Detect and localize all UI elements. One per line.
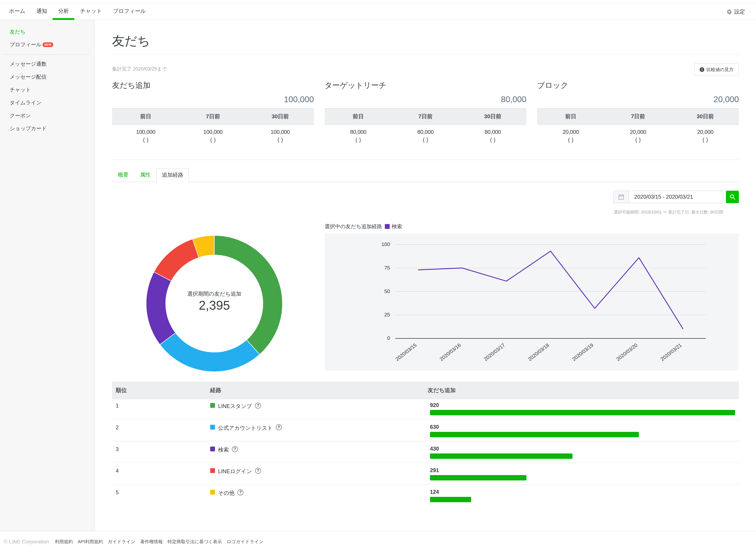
- svg-text:2020/03/21: 2020/03/21: [659, 342, 683, 362]
- svg-text:2020/03/20: 2020/03/20: [615, 342, 639, 362]
- svg-text:25: 25: [384, 312, 390, 317]
- svg-text:100: 100: [381, 241, 390, 247]
- svg-text:2020/03/17: 2020/03/17: [483, 342, 506, 362]
- svg-text:0: 0: [387, 335, 390, 341]
- svg-text:2020/03/19: 2020/03/19: [571, 342, 594, 362]
- svg-text:50: 50: [384, 288, 390, 294]
- svg-text:2020/03/18: 2020/03/18: [527, 342, 550, 362]
- svg-text:75: 75: [384, 265, 390, 271]
- svg-text:2020/03/16: 2020/03/16: [438, 342, 462, 362]
- svg-text:2020/03/15: 2020/03/15: [394, 342, 418, 362]
